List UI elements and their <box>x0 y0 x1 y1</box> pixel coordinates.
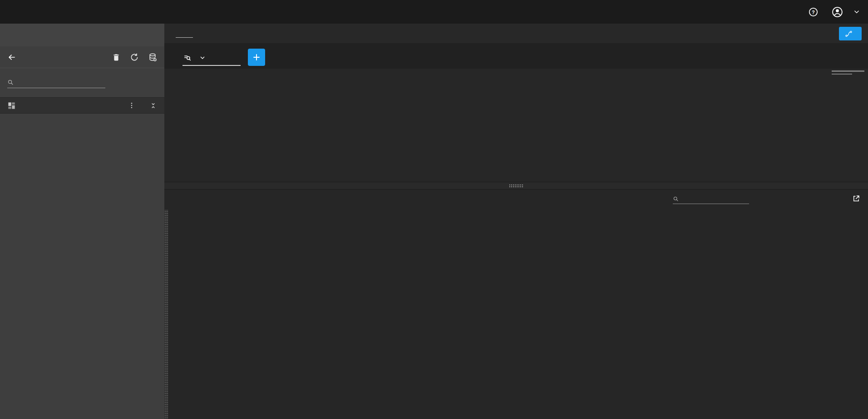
table-body <box>168 210 868 419</box>
kebab-menu-icon[interactable] <box>128 102 135 109</box>
limit-rows-group <box>172 30 193 38</box>
minimap[interactable] <box>832 70 864 76</box>
open-in-new-icon <box>852 195 860 203</box>
sql-job-flow-icon <box>845 30 853 38</box>
sidebar <box>0 24 164 419</box>
search-icon <box>673 196 679 202</box>
refresh-schema-icon[interactable] <box>130 53 139 62</box>
help-icon[interactable] <box>808 7 819 17</box>
chevron-down-icon[interactable] <box>853 8 861 16</box>
fetched-records[interactable] <box>852 195 864 203</box>
add-editor-tab-button[interactable] <box>248 49 265 66</box>
sidebar-tabs <box>0 24 164 46</box>
back-arrow-icon[interactable] <box>7 53 16 62</box>
results-panel <box>164 190 868 419</box>
chevron-down-icon[interactable] <box>199 54 206 61</box>
results-header <box>164 190 868 210</box>
search-icon <box>7 79 14 85</box>
results-table <box>168 210 868 419</box>
table-resize-grip[interactable] <box>164 210 168 419</box>
app-logo <box>11 0 15 24</box>
top-right-controls <box>808 0 861 24</box>
main-area <box>164 24 868 419</box>
sql-editor-icon <box>183 54 192 62</box>
panel-splitter[interactable] <box>164 182 868 190</box>
top-bar <box>0 0 868 24</box>
editor-tab-bar <box>164 43 868 69</box>
splitter-handle-icon <box>509 184 523 187</box>
user-avatar-icon <box>831 6 843 18</box>
schema-table-row[interactable] <box>0 97 164 114</box>
limit-rows-input[interactable] <box>176 30 193 38</box>
schema-header <box>0 46 164 68</box>
results-search <box>673 195 749 204</box>
schema-search-input[interactable] <box>17 79 105 85</box>
user-menu[interactable] <box>831 6 861 18</box>
collapse-icon[interactable] <box>149 102 157 110</box>
editor-tab[interactable] <box>182 54 241 69</box>
results-search-input[interactable] <box>682 195 749 202</box>
create-sql-job-button[interactable] <box>839 27 862 40</box>
plus-icon <box>252 53 261 62</box>
table-grid-icon <box>7 101 16 110</box>
code-editor[interactable] <box>164 69 868 182</box>
data-source-icon[interactable] <box>148 53 157 62</box>
sidebar-search <box>0 68 164 93</box>
editor-toolbar <box>164 24 868 43</box>
delete-schema-icon[interactable] <box>112 53 121 62</box>
results-table-container <box>164 210 868 419</box>
